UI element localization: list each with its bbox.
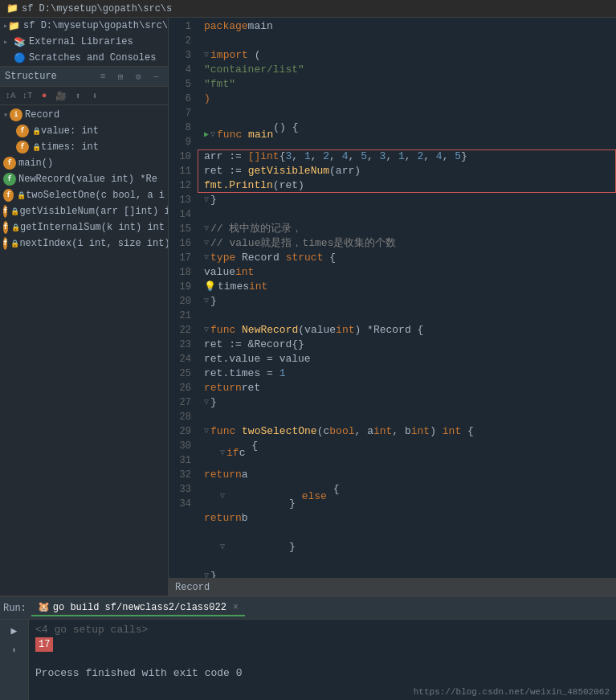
structure-sort-btn[interactable]: ≡ bbox=[96, 69, 110, 84]
fold-icon: ▽ bbox=[204, 323, 209, 338]
run-play-btn[interactable]: ▶ bbox=[6, 623, 22, 639]
lock-icon: 🔒 bbox=[32, 127, 41, 136]
lock-icon: 🔒 bbox=[17, 191, 26, 200]
fold-icon: ▽ bbox=[220, 540, 225, 555]
main-area: ▸ 📁 sf D:\mysetup\gopath\src\s ▸ 📚 Exter… bbox=[0, 18, 616, 596]
structure-settings-btn[interactable]: ⚙ bbox=[131, 69, 145, 84]
struct-func-icon: f bbox=[3, 189, 14, 202]
run-tab-label: go build sf/newclass2/class022 bbox=[53, 602, 226, 613]
tree-item-newrecord[interactable]: f NewRecord(value int) *Re bbox=[0, 171, 168, 187]
run-panel: Run: 🐹 go build sf/newclass2/class022 × … bbox=[0, 596, 616, 700]
sidebar-item-scratches[interactable]: 🔵 Scratches and Consoles bbox=[0, 50, 168, 66]
library-icon: 📚 bbox=[13, 35, 26, 48]
watermark: https://blog.csdn.net/weixin_48502062 bbox=[414, 687, 610, 697]
sort-type-btn[interactable]: ↕T bbox=[20, 88, 35, 103]
code-line-2 bbox=[204, 34, 616, 48]
code-line-5: "fmt" bbox=[204, 77, 616, 92]
code-line-12: ▽} bbox=[204, 193, 616, 207]
code-line-26: ▽} bbox=[204, 395, 616, 410]
arrow-icon: ▸ bbox=[3, 37, 13, 47]
run-tab-build[interactable]: 🐹 go build sf/newclass2/class022 × bbox=[31, 600, 245, 616]
status-bar: Record bbox=[169, 578, 616, 596]
folder-icon: 📁 bbox=[6, 2, 18, 14]
code-line-22: ret := &Record{} bbox=[204, 338, 616, 352]
tree-item-main[interactable]: f main() bbox=[0, 155, 168, 171]
fold-icon: ▽ bbox=[220, 489, 225, 504]
status-text: Record bbox=[175, 582, 210, 593]
lock-icon: 🔒 bbox=[11, 223, 20, 232]
tree-item-label: nextIndex(i int, size int) int bbox=[19, 238, 168, 249]
arrow-up-btn[interactable]: ⬆ bbox=[71, 88, 85, 103]
code-line-29: ▽ if c { bbox=[204, 439, 616, 468]
fold-icon: ▽ bbox=[204, 251, 209, 265]
fold-icon: ▽ bbox=[204, 569, 209, 578]
run-output-line-4: Process finished with exit code 0 bbox=[35, 666, 610, 681]
arrow-down-btn[interactable]: ⬇ bbox=[88, 88, 102, 103]
code-line-23: ret.value = value bbox=[204, 352, 616, 366]
code-line-10: ret := getVisibleNum(arr) bbox=[204, 164, 616, 178]
top-bar-path: sf D:\mysetup\gopath\src\s bbox=[22, 3, 172, 14]
structure-panel: Structure ≡ ⊞ ⚙ — ↕A ↕T ● 🎥 ⬆ ⬇ ▾ bbox=[0, 66, 168, 275]
top-bar: 📁 sf D:\mysetup\gopath\src\s bbox=[0, 0, 616, 18]
sidebar: ▸ 📁 sf D:\mysetup\gopath\src\s ▸ 📚 Exter… bbox=[0, 18, 169, 596]
tree-item-value[interactable]: f 🔒 value: int bbox=[0, 123, 168, 139]
tree-item-record[interactable]: ▾ i Record bbox=[0, 107, 168, 123]
struct-func-icon: f bbox=[3, 205, 7, 218]
code-line-19: ▽} bbox=[204, 294, 616, 309]
code-line-30: return a bbox=[204, 468, 616, 482]
tree-item-label: NewRecord(value int) *Re bbox=[18, 174, 157, 185]
tree-item-label: getVisibleNum(arr []int) i bbox=[19, 206, 168, 217]
run-stop-btn[interactable]: ⬆ bbox=[6, 642, 22, 658]
fold-icon: ▽ bbox=[204, 48, 209, 63]
sidebar-item-sf[interactable]: ▸ 📁 sf D:\mysetup\gopath\src\s bbox=[0, 18, 168, 34]
run-sidebar: ▶ ⬆ bbox=[0, 620, 29, 700]
run-label: Run: bbox=[3, 603, 27, 614]
code-line-21: ▽func NewRecord(value int) *Record { bbox=[204, 323, 616, 338]
structure-title: Structure bbox=[5, 71, 57, 82]
structure-close-btn[interactable]: — bbox=[149, 69, 163, 84]
code-area: 1 2 3 4 5 6 7 8 9 10 11 12 13 14 15 16 1… bbox=[169, 18, 616, 596]
camera-btn[interactable]: 🎥 bbox=[54, 88, 68, 103]
fold-icon: ▽ bbox=[204, 424, 209, 439]
run-output-line-2: 17 bbox=[35, 637, 610, 652]
sidebar-item-label: External Libraries bbox=[29, 36, 133, 47]
code-line-3: ▽import ( bbox=[204, 48, 616, 63]
code-line-32: return b bbox=[204, 511, 616, 526]
code-line-16: ▽type Record struct { bbox=[204, 251, 616, 265]
visibility-btn[interactable]: ● bbox=[37, 88, 51, 103]
lock-icon: 🔒 bbox=[32, 143, 41, 152]
struct-func-icon: f bbox=[3, 173, 16, 186]
struct-func-icon: f bbox=[3, 157, 16, 170]
run-tab-close[interactable]: × bbox=[233, 602, 239, 613]
tree-item-label: value: int bbox=[41, 125, 99, 137]
run-arrow-icon: ▶ bbox=[204, 128, 209, 142]
bulb-icon: 💡 bbox=[204, 280, 216, 294]
fold-icon: ▽ bbox=[204, 236, 209, 251]
tree-item-getvisiblenum[interactable]: f 🔒 getVisibleNum(arr []int) i bbox=[0, 203, 168, 219]
tree-item-nextindex[interactable]: f 🔒 nextIndex(i int, size int) int bbox=[0, 235, 168, 252]
code-editor: 1 2 3 4 5 6 7 8 9 10 11 12 13 14 15 16 1… bbox=[169, 18, 616, 578]
fold-icon: ▽ bbox=[210, 128, 215, 142]
tree-item-twoselectone[interactable]: f 🔒 twoSelectOne(c bool, a i bbox=[0, 187, 168, 203]
tree-item-getinternalsum[interactable]: f 🔒 getInternalSum(k int) int bbox=[0, 219, 168, 235]
code-line-13 bbox=[204, 207, 616, 222]
sidebar-item-label: Scratches and Consoles bbox=[29, 52, 156, 63]
code-line-14: ▽// 栈中放的记录， bbox=[204, 222, 616, 236]
code-line-31: ▽ } else { bbox=[204, 482, 616, 511]
tree-item-label: Record bbox=[25, 109, 59, 121]
scratch-icon: 🔵 bbox=[13, 51, 26, 64]
structure-tree: ▾ i Record f 🔒 value: int f 🔒 times: in bbox=[0, 105, 168, 275]
line-numbers: 1 2 3 4 5 6 7 8 9 10 11 12 13 14 15 16 1… bbox=[169, 18, 198, 578]
run-output-line-3 bbox=[35, 652, 610, 666]
tree-item-times[interactable]: f 🔒 times: int bbox=[0, 139, 168, 155]
structure-toolbar: ↕A ↕T ● 🎥 ⬆ ⬇ bbox=[0, 87, 168, 105]
lock-icon: 🔒 bbox=[10, 207, 19, 216]
code-line-15: ▽// value就是指，times是收集的个数 bbox=[204, 236, 616, 251]
folder-icon: 📁 bbox=[8, 19, 20, 32]
code-content[interactable]: package main ▽import ( "container/list" … bbox=[198, 18, 616, 578]
structure-filter-btn[interactable]: ⊞ bbox=[113, 69, 128, 84]
sidebar-item-external-libraries[interactable]: ▸ 📚 External Libraries bbox=[0, 34, 168, 50]
code-line-1: package main bbox=[204, 19, 616, 34]
structure-header: Structure ≡ ⊞ ⚙ — bbox=[0, 67, 168, 87]
sort-alpha-btn[interactable]: ↕A bbox=[3, 88, 18, 103]
